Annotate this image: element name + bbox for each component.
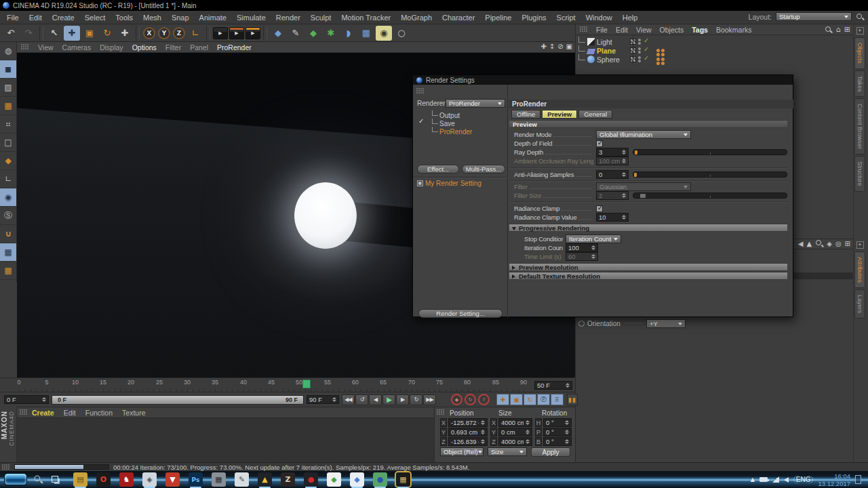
enable-snap-icon[interactable]: ◉ [0,188,16,207]
taskbar-app-shield[interactable]: ▼ [165,472,180,487]
taskbar-app-gray[interactable]: ◈ [142,472,157,487]
dialog-title-bar[interactable]: Render Settings [413,75,793,85]
drag-handle-icon[interactable] [20,409,28,415]
mograph-array-icon[interactable]: ✱ [323,26,339,41]
taskbar-app-paint[interactable]: ✎ [235,472,249,487]
menu-mograph[interactable]: MoGraph [401,14,432,22]
next-frame-button[interactable]: ▶ [396,394,409,405]
coord-mode-dropdown[interactable]: Object (Rel) [440,447,484,456]
start-button[interactable] [4,473,27,485]
spinner-icon[interactable] [621,215,626,220]
render-settings-icon[interactable]: ▶ [245,27,260,39]
iteration-count-field[interactable]: 100 [566,243,598,252]
enabled-check-icon[interactable] [644,56,650,63]
visibility-dots-icon[interactable] [638,56,642,63]
mat-menu-create[interactable]: Create [32,409,54,417]
workplane-mode-icon[interactable]: ▦ [0,97,16,115]
menu-mesh[interactable]: Mesh [143,14,161,22]
taskbar-app-knight[interactable]: ♞ [119,472,134,487]
polygons-mode-icon[interactable]: ◆ [0,152,16,170]
magnet-icon[interactable]: ∪ [0,225,16,243]
live-selection-icon[interactable]: ↖ [46,26,62,41]
am-mode-arrow-icon[interactable]: ◀ [798,240,804,247]
object-name[interactable]: Plane [597,47,628,55]
object-tags[interactable] [656,58,665,61]
rotation-b-field[interactable]: 0 ° [543,437,572,446]
am-up-icon[interactable]: ▲ [806,240,812,247]
am-search-icon[interactable] [815,239,823,247]
menu-sculpt[interactable]: Sculpt [311,14,332,22]
record-options-button[interactable]: ? [478,394,490,405]
tab-offline[interactable]: Offline [511,110,540,119]
range-start-field[interactable]: 0 F [4,395,49,404]
tab-takes[interactable]: Takes [854,70,865,98]
glowing-sphere[interactable] [294,182,357,249]
rotation-h-field[interactable]: 0 ° [543,418,572,427]
multipass-button[interactable]: Multi-Pass... [462,165,505,174]
scale-tool-icon[interactable]: ▣ [81,26,98,41]
texture-mode-icon[interactable]: ▨ [0,79,16,97]
model-mode-icon[interactable]: ◼ [0,60,16,79]
menu-render[interactable]: Render [276,14,300,22]
menu-plugins[interactable]: Plugins [521,14,546,22]
position-y-field[interactable]: 0.693 cm [448,428,488,436]
tab-structure[interactable]: Structure [854,156,865,192]
undo-icon[interactable]: ↶ [3,26,19,41]
radio-icon[interactable] [578,321,585,327]
lock-z-axis-icon[interactable]: Z [173,27,185,39]
vp-menu-panel[interactable]: Panel [190,43,208,52]
vp-menu-prorender[interactable]: ProRender [217,43,252,52]
spinner-icon[interactable] [41,397,46,402]
lock-y-axis-icon[interactable]: Y [158,27,170,39]
render-view-icon[interactable]: ▶ [213,27,228,39]
mat-menu-edit[interactable]: Edit [64,409,76,417]
playhead[interactable] [302,380,311,388]
lock-x-axis-icon[interactable]: X [143,27,155,39]
section-header-default-texture-resolution[interactable]: Default Texture Resolution [509,272,787,280]
taskbar-app-zbrush[interactable]: Z [281,472,295,487]
orientation-dropdown[interactable]: +Y [646,319,686,328]
spinner-icon[interactable] [332,397,336,402]
menu-edit[interactable]: Edit [29,14,42,22]
menu-character[interactable]: Character [442,14,475,22]
section-header-progressive[interactable]: Progressive Rendering [509,224,787,232]
goto-end-button[interactable]: ▶▶ [423,394,436,405]
keyframe-selection-icon[interactable]: ▮▮ [567,394,578,405]
section-header-preview-resolution[interactable]: Preview Resolution [509,263,787,271]
edges-mode-icon[interactable]: □ [0,134,16,152]
drag-handle-icon[interactable] [21,44,29,50]
object-row-sphere[interactable]: Sphere [578,55,850,64]
drag-handle-icon[interactable] [437,409,445,415]
play-loop-button[interactable]: ↻ [410,394,422,405]
enabled-check-icon[interactable] [644,38,650,45]
om-search-icon[interactable] [825,26,833,34]
vp-zoom-icon[interactable]: ↕ [549,43,555,50]
vp-pan-icon[interactable]: ✚ [540,43,546,50]
vp-maximize-icon[interactable]: ▣ [566,43,572,50]
vp-rotate-icon[interactable]: ⊘ [557,43,563,50]
menu-pipeline[interactable]: Pipeline [485,14,511,22]
taskbar-app-red-circle[interactable]: ● [304,472,318,487]
mat-menu-texture[interactable]: Texture [122,409,145,417]
taskbar-app-daemon[interactable]: ▲ [258,472,272,487]
visibility-dots-icon[interactable] [638,38,642,45]
tree-item-prorender[interactable]: ProRender [432,127,472,136]
dock-plus-icon[interactable]: + [856,27,864,35]
coordinate-system-icon[interactable]: ∟ [187,26,203,41]
current-frame-field[interactable]: 50 F [534,381,572,390]
position-z-field[interactable]: -126.839 cm [448,437,488,446]
workplane-rotate-icon[interactable]: ▦ [0,262,16,280]
render-picture-viewer-icon[interactable]: ▶ [229,27,244,39]
key-rotation-icon[interactable]: ↻ [524,394,536,405]
radiance-clamp-checkbox[interactable] [596,205,603,212]
mat-menu-function[interactable]: Function [85,409,113,417]
ray-depth-slider[interactable] [633,149,787,155]
radiance-clamp-value-field[interactable]: 10 [596,213,629,222]
generators-icon[interactable]: ◆ [305,26,321,41]
play-button[interactable]: ▶ [382,394,395,405]
vp-menu-cameras[interactable]: Cameras [62,43,92,52]
coord-size-dropdown[interactable]: Size [488,447,527,456]
position-x-field[interactable]: -125.872 cm [448,418,488,427]
render-setting-button[interactable]: Render Setting... [418,309,502,318]
menu-simulate[interactable]: Simulate [237,14,266,22]
